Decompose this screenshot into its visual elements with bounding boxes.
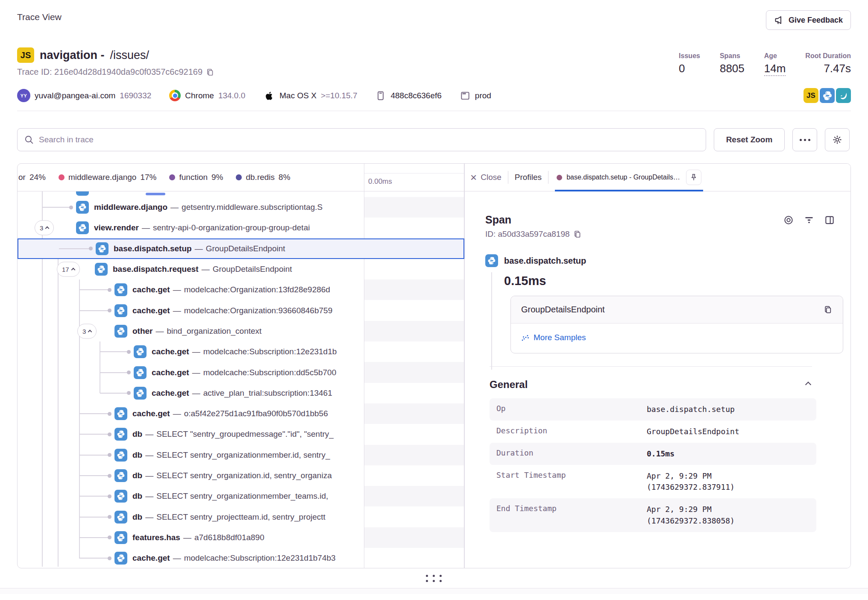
- separator: —: [192, 347, 200, 356]
- separator: —: [202, 265, 210, 274]
- legend-percent: 24%: [29, 173, 46, 182]
- waterfall-icon[interactable]: [803, 215, 815, 226]
- focus-span-icon[interactable]: [783, 215, 794, 226]
- tree-row[interactable]: cache.get—active_plan_trial:subscription…: [18, 383, 464, 403]
- general-section-header: General: [485, 379, 835, 391]
- tree-connector: [42, 207, 70, 208]
- python-icon: [114, 304, 127, 317]
- waterfall-stripe: [364, 279, 464, 300]
- tree-row[interactable]: db—SELECT sentry_projectteam.id, sentry_…: [18, 507, 464, 527]
- span-row-text: db—SELECT sentry_organizationmember.id, …: [132, 450, 363, 460]
- span-op: base.dispatch.request: [113, 265, 199, 274]
- general-key: Start Timestamp: [496, 471, 647, 493]
- python-badge: [820, 88, 835, 103]
- span-row-text: db—SELECT sentry_organization.id, sentry…: [132, 471, 363, 480]
- span-op: base.dispatch.setup: [114, 244, 192, 253]
- tree-row[interactable]: db—SELECT "sentry_groupedmessage"."id", …: [18, 424, 464, 444]
- trace-toolbar: Reset Zoom: [17, 128, 851, 151]
- tree-connector-dot: [127, 371, 131, 374]
- span-id: ID: a50d33a597ca8198: [485, 229, 835, 239]
- span-op: cache.get: [152, 388, 189, 397]
- span-op: db: [132, 512, 142, 521]
- tree-row[interactable]: db—SELECT sentry_organizationmember.id, …: [18, 445, 464, 465]
- tree-connector: [59, 248, 90, 249]
- trace-stats: Issues 0 Spans 8805 Age 14m Root Duratio…: [679, 52, 851, 77]
- more-samples-link[interactable]: More Samples: [521, 333, 586, 342]
- collapse-count: 3: [82, 327, 86, 335]
- copy-icon[interactable]: [573, 230, 582, 238]
- collapse-badge[interactable]: 3: [35, 221, 54, 235]
- legend-dot: [59, 174, 65, 180]
- tree-row[interactable]: db—SELECT sentry_organizationmember_team…: [18, 486, 464, 506]
- tree-row[interactable]: cache.get—modelcache:Organization:936608…: [18, 300, 464, 321]
- search-input[interactable]: [39, 135, 699, 144]
- tree-row[interactable]: 17base.dispatch.request—GroupDetailsEndp…: [18, 259, 464, 279]
- span-op: db: [132, 491, 142, 500]
- span-description: SELECT sentry_projectteam.id, sentry_pro…: [156, 512, 326, 521]
- tree-row[interactable]: cache.get—modelcache:Subscription:dd5c5b…: [18, 362, 464, 382]
- span-row-text: cache.get—modelcache:Subscription:dd5c5b…: [152, 368, 363, 377]
- give-feedback-button[interactable]: Give Feedback: [766, 10, 851, 30]
- legend-item[interactable]: middleware.django17%: [59, 173, 157, 182]
- span-tree: middleware.django—getsentry.middleware.s…: [18, 191, 464, 568]
- tree-connector-dot: [108, 474, 111, 478]
- span-op: cache.get: [152, 347, 189, 356]
- general-key: Duration: [496, 448, 647, 459]
- legend-item[interactable]: function9%: [169, 173, 223, 182]
- environment-chip: prod: [460, 90, 491, 101]
- tree-row[interactable]: 3view.render—sentry-api-0-organization-g…: [18, 218, 464, 238]
- python-icon: [114, 283, 127, 296]
- tab-active-span[interactable]: base.dispatch.setup - GroupDetails…: [555, 164, 703, 191]
- legend-item[interactable]: or24%: [18, 173, 46, 182]
- copy-icon[interactable]: [824, 305, 833, 314]
- collapse-badge[interactable]: 17: [57, 262, 80, 277]
- transaction-name: navigation -: [40, 49, 105, 62]
- split-view-icon[interactable]: [824, 215, 835, 226]
- resize-grip-handle[interactable]: [426, 575, 442, 582]
- span-description: modelcache:Organization:93660846b759: [184, 306, 333, 315]
- chevron-up-icon[interactable]: [805, 382, 811, 388]
- span-detail-block: base.dispatch.setup 0.15ms GroupDetailsE…: [485, 254, 835, 353]
- tree-row[interactable]: cache.get—modelcache:Organization:13fd28…: [18, 279, 464, 300]
- tree-row[interactable]: 3other—bind_organization_context: [18, 321, 464, 341]
- span-row-text: cache.get—modelcache:Subscription:12e231…: [152, 347, 363, 356]
- legend-label: or: [18, 173, 26, 182]
- tree-row[interactable]: db—SELECT sentry_organization.id, sentry…: [18, 465, 464, 486]
- copy-icon[interactable]: [206, 68, 214, 76]
- tree-connector: [79, 413, 108, 414]
- tree-connector-dot: [108, 556, 111, 560]
- tree-row[interactable]: middleware.django—getsentry.middleware.s…: [18, 197, 464, 218]
- tree-row[interactable]: cache.get—o:a5f42e275d1ac91fba90f0b570d1…: [18, 403, 464, 424]
- waterfall-stripe: [364, 197, 464, 218]
- span-op-name: base.dispatch.setup: [504, 256, 586, 266]
- tree-connector: [79, 455, 108, 456]
- trace-view-container: or24%middleware.django17%function9%db.re…: [17, 163, 851, 568]
- legend-item[interactable]: db.redis8%: [236, 173, 290, 182]
- span-op: db: [132, 429, 142, 438]
- separator: —: [173, 285, 181, 294]
- tree-connector: [79, 496, 108, 497]
- span-row-text: cache.get—modelcache:Organization:13fd28…: [132, 285, 363, 294]
- general-key: Description: [496, 426, 647, 437]
- search-box[interactable]: [17, 128, 706, 151]
- close-panel-button[interactable]: × Close: [470, 172, 501, 183]
- reset-zoom-button[interactable]: Reset Zoom: [714, 128, 785, 151]
- pin-tab-button[interactable]: [686, 170, 701, 185]
- tree-row[interactable]: features.has—a7d618b8df01a890: [18, 527, 464, 548]
- general-value: GroupDetailsEndpoint: [647, 426, 809, 437]
- general-value: base.dispatch.setup: [647, 404, 809, 415]
- more-options-button[interactable]: [792, 128, 817, 151]
- python-icon: [95, 263, 108, 276]
- tab-profiles[interactable]: Profiles: [515, 173, 542, 182]
- span-op: cache.get: [152, 368, 189, 377]
- tree-connector: [100, 372, 128, 373]
- tree-row[interactable]: cache.get—modelcache:Subscription:12e231…: [18, 548, 464, 568]
- collapse-badge[interactable]: 3: [77, 324, 97, 338]
- settings-button[interactable]: [825, 128, 850, 151]
- general-value: Apr 2, 9:29 PM (1743629372.838058): [647, 504, 809, 526]
- tree-row[interactable]: base.dispatch.setup—GroupDetailsEndpoint: [18, 238, 464, 259]
- span-description: bind_organization_context: [167, 326, 262, 335]
- user-chip[interactable]: YY yuval@pangea-ai.com 1690332: [17, 89, 151, 102]
- tree-row[interactable]: cache.get—modelcache:Subscription:12e231…: [18, 341, 464, 362]
- waterfall-stripe: [364, 445, 464, 465]
